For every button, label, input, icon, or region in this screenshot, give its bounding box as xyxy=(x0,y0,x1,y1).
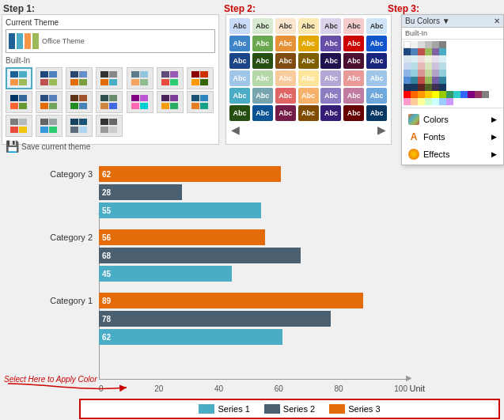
theme-item[interactable] xyxy=(66,115,93,137)
fonts-menu-item[interactable]: A Fonts ▶ xyxy=(404,128,502,146)
abc-item[interactable]: Abc xyxy=(320,70,341,86)
abc-item[interactable]: Abc xyxy=(252,36,273,51)
theme-item[interactable] xyxy=(36,67,63,89)
abc-item[interactable]: Abc xyxy=(343,105,364,121)
abc-grid: Abc Abc Abc Abc Abc Abc Abc Abc Abc Abc … xyxy=(229,18,388,121)
step3-close[interactable]: ✕ xyxy=(494,17,500,25)
abc-item[interactable]: Abc xyxy=(298,70,319,86)
category2-label: Category 2 xyxy=(40,233,99,242)
abc-item[interactable]: Abc xyxy=(343,53,364,69)
effects-arrow: ▶ xyxy=(491,150,497,158)
abc-item[interactable]: Abc xyxy=(320,105,341,121)
current-theme-label: Current Theme xyxy=(6,18,215,27)
abc-item[interactable]: Abc xyxy=(229,18,250,34)
step3-header: Bu Colors ▼ ✕ xyxy=(402,15,503,28)
abc-item[interactable]: Abc xyxy=(298,53,319,69)
abc-item[interactable]: Abc xyxy=(252,70,273,86)
abc-item[interactable]: Abc xyxy=(275,18,296,34)
abc-item[interactable]: Abc xyxy=(343,18,364,34)
step1-panel: Current Theme Office Theme Built-In xyxy=(2,14,219,145)
theme-item[interactable] xyxy=(96,67,123,89)
theme-item[interactable] xyxy=(96,115,123,137)
step2-label: Step 2: xyxy=(224,3,256,14)
colors-label: Colors xyxy=(423,115,449,124)
bar-cat2-series3: 56 xyxy=(99,229,265,245)
current-theme-box[interactable]: Office Theme xyxy=(6,29,215,53)
step3-header-text: Bu Colors ▼ xyxy=(405,17,450,25)
abc-item[interactable]: Abc xyxy=(275,105,296,121)
abc-item[interactable]: Abc xyxy=(320,53,341,69)
legend-label-series1: Series 1 xyxy=(218,404,249,414)
abc-item[interactable]: Abc xyxy=(366,18,387,34)
theme-item[interactable] xyxy=(187,67,214,89)
chart-area: ▶ ▲ Category 3 62 28 55 Category 2 56 xyxy=(0,154,504,420)
category3-group: Category 3 62 28 55 xyxy=(40,166,404,221)
category1-label: Category 1 xyxy=(40,296,99,305)
step3-overlay: Bu Colors ▼ ✕ Built-In xyxy=(401,14,504,165)
abc-item[interactable]: Abc xyxy=(366,53,387,69)
theme-item[interactable] xyxy=(127,67,153,89)
theme-item[interactable] xyxy=(6,91,32,113)
theme-item[interactable] xyxy=(187,91,214,113)
theme-item[interactable] xyxy=(36,91,63,113)
abc-item[interactable]: Abc xyxy=(252,18,273,34)
abc-item[interactable]: Abc xyxy=(298,18,319,34)
abc-item[interactable]: Abc xyxy=(343,88,364,104)
abc-item[interactable]: Abc xyxy=(320,36,341,51)
bar-cat3-series2: 28 xyxy=(99,184,182,200)
next-arrow[interactable]: ▶ xyxy=(377,123,386,136)
x-axis xyxy=(99,379,407,380)
legend-color-series2 xyxy=(264,404,280,414)
theme-item[interactable] xyxy=(6,67,32,89)
theme-item[interactable] xyxy=(36,115,63,137)
fonts-icon: A xyxy=(408,131,419,142)
abc-item[interactable]: Abc xyxy=(275,70,296,86)
colors-icon xyxy=(408,114,419,125)
abc-item[interactable]: Abc xyxy=(229,105,250,121)
theme-item[interactable] xyxy=(157,67,184,89)
effects-menu-item[interactable]: Effects ▶ xyxy=(404,146,502,163)
theme-item[interactable] xyxy=(157,91,184,113)
legend-series3: Series 3 xyxy=(329,404,380,414)
legend-series1: Series 1 xyxy=(199,404,249,414)
fonts-label: Fonts xyxy=(423,132,445,142)
theme-item[interactable] xyxy=(127,91,153,113)
legend-color-series1 xyxy=(199,404,214,414)
prev-arrow[interactable]: ◀ xyxy=(231,123,240,136)
theme-item[interactable] xyxy=(66,67,93,89)
bar-cat3-series3: 62 xyxy=(99,166,281,182)
abc-item[interactable]: Abc xyxy=(252,105,273,121)
abc-item[interactable]: Abc xyxy=(275,88,296,104)
theme-item[interactable] xyxy=(66,91,93,113)
abc-item[interactable]: Abc xyxy=(366,88,387,104)
abc-item[interactable]: Abc xyxy=(320,88,341,104)
abc-item[interactable]: Abc xyxy=(366,70,387,86)
colors-menu-item[interactable]: Colors ▶ xyxy=(404,111,502,128)
abc-item[interactable]: Abc xyxy=(275,53,296,69)
abc-item[interactable]: Abc xyxy=(229,36,250,51)
abc-item[interactable]: Abc xyxy=(252,88,273,104)
legend: Series 1 Series 2 Series 3 xyxy=(79,399,500,419)
step3-menu: Colors ▶ A Fonts ▶ Effects ▶ xyxy=(402,109,503,165)
abc-item[interactable]: Abc xyxy=(366,36,387,51)
category1-group: Category 1 89 78 62 xyxy=(40,293,404,347)
tick-80: 80 xyxy=(335,384,343,393)
abc-item[interactable]: Abc xyxy=(343,70,364,86)
abc-item[interactable]: Abc xyxy=(275,36,296,51)
abc-item[interactable]: Abc xyxy=(229,53,250,69)
abc-item[interactable]: Abc xyxy=(229,88,250,104)
legend-label-series3: Series 3 xyxy=(348,404,380,414)
abc-item[interactable]: Abc xyxy=(229,70,250,86)
abc-item[interactable]: Abc xyxy=(252,53,273,69)
abc-item[interactable]: Abc xyxy=(298,105,319,121)
tick-100: 100 xyxy=(394,384,407,393)
abc-item[interactable]: Abc xyxy=(366,105,387,121)
theme-item[interactable] xyxy=(6,115,32,137)
abc-item[interactable]: Abc xyxy=(343,36,364,51)
theme-item[interactable] xyxy=(96,91,123,113)
save-theme-link[interactable]: 💾 Save current theme xyxy=(6,140,215,153)
abc-item[interactable]: Abc xyxy=(298,88,319,104)
abc-item[interactable]: Abc xyxy=(320,18,341,34)
category2-group: Category 2 56 68 45 xyxy=(40,229,404,284)
abc-item[interactable]: Abc xyxy=(298,36,319,51)
